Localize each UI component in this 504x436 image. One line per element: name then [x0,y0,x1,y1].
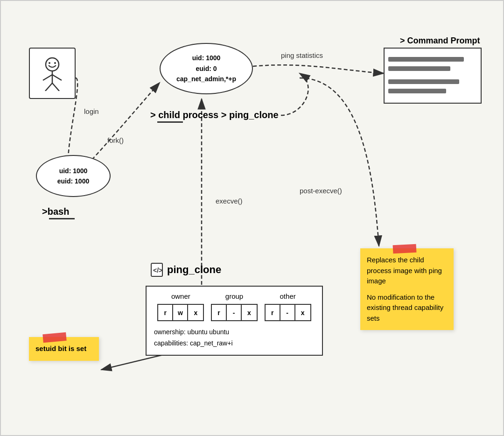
tape-left [42,332,66,343]
ping-stats-label: ping statistics [281,51,323,59]
login-label: login [84,107,99,115]
perm-group-r: r [212,305,227,320]
perm-owner-w: w [173,305,188,320]
perm-header-row: owner group other [154,292,315,300]
perm-other-x: x [295,305,310,320]
perm-info: ownership: ubuntu ubuntu capabilities: c… [154,327,315,349]
top-process-ellipse: uid: 1000 euid: 0 cap_net_admin,*+p [160,43,253,94]
bash-underline [49,218,75,219]
cmd-line-2 [388,66,450,71]
perm-owner-r: r [158,305,173,320]
sticky-setuid: setuid bit is set [29,337,99,361]
cmd-box [384,48,482,104]
sticky-right-line2: No modification to the existing thread c… [367,292,447,324]
perm-capabilities: capabilities: cap_net_raw+i [154,338,315,349]
child-underline [157,121,183,123]
tape-right [393,244,417,254]
perm-header-other: other [265,292,311,300]
svg-point-3 [49,62,50,64]
execve-label: execve() [216,197,243,205]
bottom-process-ellipse: uid: 1000 euid: 1000 [36,155,111,197]
canvas: login fork() uid: 1000 euid: 0 cap_net_a… [0,0,504,436]
permissions-table: owner group other r w x r - x r - x owne… [146,286,323,356]
post-execve-label: post-execve() [300,187,342,195]
perm-group-group: r - x [211,304,258,321]
perm-group-other: r - x [265,304,311,321]
cmd-line-1 [388,57,464,62]
perm-owner-x: x [188,305,203,320]
cmd-line-4 [388,89,446,93]
perm-cells-row: r w x r - x r - x [154,304,315,321]
perm-other-r: r [266,305,280,320]
perm-ownership: ownership: ubuntu ubuntu [154,327,315,338]
perm-group-x: x [242,305,257,320]
person-icon [29,48,76,99]
svg-text:</>: </> [153,267,162,274]
perm-header-owner: owner [157,292,204,300]
svg-point-2 [46,58,59,71]
perm-header-group: group [211,292,258,300]
perm-other-dash: - [280,305,295,320]
child-process-label: > child process > ping_clone [150,110,279,120]
file-icon: </> [150,262,163,277]
svg-point-4 [54,62,56,64]
perm-group-dash: - [227,305,242,320]
fork-label: fork() [107,136,124,144]
cmd-title: > Command Prompt [400,36,480,46]
sticky-right-line1: Replaces the child process image with pi… [367,255,447,287]
sticky-post-execve: Replaces the child process image with pi… [360,248,454,330]
ping-clone-label: </> ping_clone [150,262,221,277]
cmd-line-3 [388,79,459,84]
bash-label: >bash [42,206,69,217]
perm-group-owner: r w x [157,304,204,321]
